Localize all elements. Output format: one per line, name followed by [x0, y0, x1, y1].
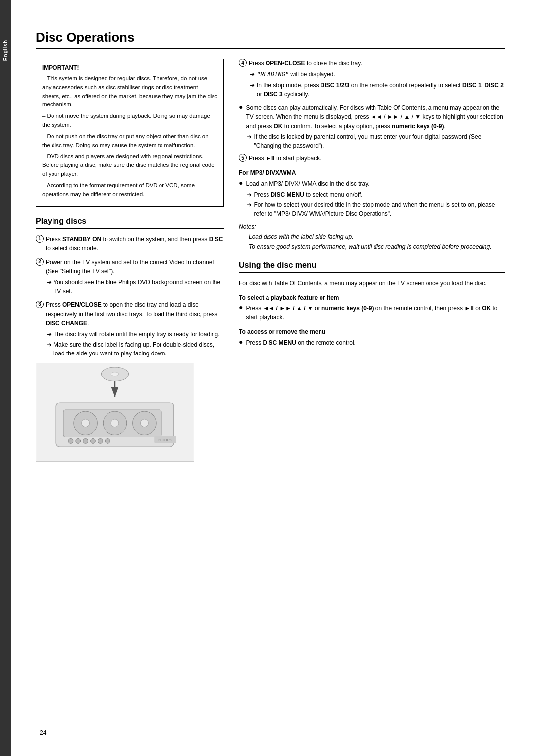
mp3-content: Load an MP3/ DIVX/ WMA disc in the disc … [246, 179, 505, 218]
step-4: 4 Press OPEN•CLOSE to close the disc tra… [239, 59, 505, 99]
parental-arrow: ➜ If the disc is locked by parental cont… [246, 132, 505, 150]
step-4-arrow1-text: "READING" will be displayed. [257, 70, 335, 79]
step-4-arrow2-text: In the stop mode, press DISC 1/2/3 on th… [257, 81, 505, 99]
step-5-content: Press ►II to start playback. [249, 154, 505, 163]
svg-point-12 [111, 372, 119, 376]
step-2-content: Power on the TV system and set to the co… [46, 258, 224, 296]
important-p4: – DVD discs and players are designed wit… [42, 152, 217, 179]
arrow-icon-parental: ➜ [247, 132, 252, 142]
using-disc-menu-section: Using the disc menu For disc with Table … [239, 261, 505, 347]
some-discs-content: Some discs can play automatically. For d… [246, 103, 505, 151]
page-title: Disc Operations [36, 30, 505, 49]
step-3-arrow2-text: Make sure the disc label is facing up. F… [54, 340, 224, 358]
step-num-5: 5 [239, 154, 247, 162]
svg-point-13 [68, 439, 73, 444]
step-3-arrow1: ➜ The disc tray will rotate until the em… [46, 330, 224, 339]
to-access-header: To access or remove the menu [239, 328, 505, 335]
to-select-content: Press ◄◄ / ►► / ▲ / ▼ or numeric keys (0… [246, 304, 505, 322]
notes-section: Notes: – Load discs with the label side … [239, 223, 505, 251]
disc-image: PHILIPS [36, 363, 194, 462]
page-number: 24 [40, 729, 46, 736]
svg-text:PHILIPS: PHILIPS [158, 438, 172, 443]
step-num-1: 1 [36, 235, 44, 243]
parental-arrow-text: If the disc is locked by parental contro… [254, 132, 505, 150]
arrow-icon-mp3a: ➜ [247, 190, 252, 200]
page-container: English Disc Operations IMPORTANT! – Thi… [0, 0, 535, 756]
svg-point-4 [82, 419, 90, 427]
step-1: 1 Press STANDBY ON to switch on the syst… [36, 235, 224, 253]
note-2: – To ensure good system performance, wai… [239, 242, 505, 251]
some-discs-bullet: ● Some discs can play automatically. For… [239, 103, 505, 151]
important-title: IMPORTANT! [42, 64, 217, 71]
using-disc-menu-header: Using the disc menu [239, 261, 505, 273]
arrow-icon-3b: ➜ [47, 340, 52, 350]
mp3-bullet: ● Load an MP3/ DIVX/ WMA disc in the dis… [239, 179, 505, 218]
playing-discs-header: Playing discs [36, 217, 224, 229]
for-mp3-header: For MP3/ DiVX/WMA [239, 169, 505, 176]
to-access-bullet: ● Press DISC MENU on the remote control. [239, 338, 505, 348]
main-content: Disc Operations IMPORTANT! – This system… [11, 0, 535, 756]
important-p2: – Do not move the system during playback… [42, 112, 217, 130]
for-mp3-label: For MP3/ DiVX/WMA [239, 169, 296, 176]
mp3-arrow1-text: Press DISC MENU to select menu on/off. [254, 190, 362, 199]
important-p1: – This system is designed for regular di… [42, 74, 217, 109]
arrow-icon-4b: ➜ [250, 81, 255, 90]
svg-point-6 [111, 419, 119, 427]
step-4-arrow1: ➜ "READING" will be displayed. [249, 70, 505, 79]
important-box: IMPORTANT! – This system is designed for… [36, 59, 224, 207]
step-4-content: Press OPEN•CLOSE to close the disc tray.… [249, 59, 505, 99]
bullet-sym-select: ● [239, 303, 243, 311]
arrow-icon-3a: ➜ [47, 330, 52, 339]
svg-point-15 [83, 439, 88, 444]
side-tab-label: English [3, 40, 8, 61]
to-select-header: To select a playback feature or item [239, 294, 505, 301]
two-col-layout: IMPORTANT! – This system is designed for… [36, 59, 505, 462]
mp3-arrow1: ➜ Press DISC MENU to select menu on/off. [246, 190, 505, 200]
right-column: 4 Press OPEN•CLOSE to close the disc tra… [239, 59, 505, 462]
important-p5: – According to the format requirement of… [42, 181, 217, 199]
to-access-content: Press DISC MENU on the remote control. [246, 338, 505, 348]
step-num-4: 4 [239, 59, 247, 67]
step-num-2: 2 [36, 258, 44, 266]
step-4-arrow2: ➜ In the stop mode, press DISC 1/2/3 on … [249, 81, 505, 99]
svg-point-8 [140, 419, 148, 427]
using-disc-menu-intro: For disc with Table Of Contents, a menu … [239, 279, 505, 288]
to-select-bullet: ● Press ◄◄ / ►► / ▲ / ▼ or numeric keys … [239, 304, 505, 322]
step-2-arrow: ➜ You should see the blue Philips DVD ba… [46, 278, 224, 296]
step-2-arrow-text: You should see the blue Philips DVD back… [54, 278, 224, 296]
svg-point-14 [76, 439, 81, 444]
step-3: 3 Press OPEN/CLOSE to open the disc tray… [36, 301, 224, 358]
step-num-3: 3 [36, 301, 44, 308]
mp3-arrow2-text: For how to select your desired title in … [254, 201, 505, 218]
arrow-icon-2: ➜ [47, 278, 52, 287]
bullet-sym-1: ● [239, 103, 243, 111]
notes-label: Notes: [239, 223, 505, 230]
step-3-arrow1-text: The disc tray will rotate until the empt… [54, 330, 219, 339]
step-5: 5 Press ►II to start playback. [239, 154, 505, 163]
disc-illustration: PHILIPS [36, 363, 194, 461]
left-column: IMPORTANT! – This system is designed for… [36, 59, 224, 462]
svg-point-17 [98, 439, 103, 444]
note-1: – Load discs with the label side facing … [239, 232, 505, 241]
arrow-icon-4a: ➜ [250, 70, 255, 79]
step-1-content: Press STANDBY ON to switch on the system… [46, 235, 224, 253]
step-2: 2 Power on the TV system and set to the … [36, 258, 224, 296]
important-text: – This system is designed for regular di… [42, 74, 217, 199]
mp3-arrow2: ➜ For how to select your desired title i… [246, 201, 505, 218]
bullet-sym-access: ● [239, 338, 243, 346]
important-p3: – Do not push on the disc tray or put an… [42, 132, 217, 150]
bullet-sym-mp3: ● [239, 179, 243, 187]
arrow-icon-mp3b: ➜ [247, 201, 252, 210]
step-3-content: Press OPEN/CLOSE to open the disc tray a… [46, 301, 224, 358]
svg-point-18 [105, 439, 110, 444]
side-tab: English [0, 0, 11, 756]
step-3-arrow2: ➜ Make sure the disc label is facing up.… [46, 340, 224, 358]
svg-point-16 [91, 439, 96, 444]
